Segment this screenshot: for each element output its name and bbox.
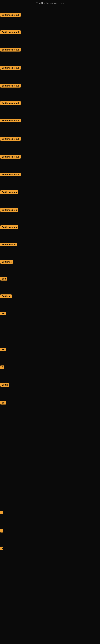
- bottleneck-result-badge[interactable]: Bottleneck result: [0, 30, 21, 34]
- bottleneck-result-badge[interactable]: |: [0, 529, 3, 532]
- bottleneck-result-badge[interactable]: Bott: [0, 277, 7, 280]
- bottleneck-result-badge[interactable]: B: [0, 366, 4, 369]
- badge-row: Bottleneck result: [0, 101, 100, 109]
- badge-row: Bot: [0, 348, 100, 356]
- bottleneck-result-badge[interactable]: Bot: [0, 348, 6, 352]
- badge-row: Bottleneck result: [0, 48, 100, 56]
- badge-row: Bottleneck result: [0, 13, 100, 21]
- bottleneck-result-badge[interactable]: Bottleneck res: [0, 190, 18, 194]
- bottleneck-result-badge[interactable]: Bottleneck result: [0, 84, 21, 88]
- bottleneck-result-badge[interactable]: Bottleneck re: [0, 243, 17, 246]
- bottleneck-result-badge[interactable]: Bottleneck res: [0, 226, 18, 229]
- badge-row: Bottleneck res: [0, 226, 100, 234]
- bottleneck-result-badge[interactable]: Bottleneck result: [0, 173, 21, 176]
- badge-row: Bott: [0, 277, 100, 285]
- bottleneck-result-badge[interactable]: Bottleneck result: [0, 13, 21, 17]
- bottleneck-result-badge[interactable]: Bottleneck result: [0, 66, 21, 70]
- bottleneck-result-badge[interactable]: Bottleneck result: [0, 48, 21, 52]
- site-title: TheBottlenecker.com: [0, 0, 100, 6]
- bottleneck-result-badge[interactable]: Bottleneck result: [0, 101, 21, 105]
- badge-row: E: [0, 546, 100, 555]
- badge-row: Bottlenec: [0, 260, 100, 268]
- badge-row: Bottleneck result: [0, 66, 100, 74]
- badge-row: Bottleneck result: [0, 155, 100, 163]
- badge-row: Bottleneck res: [0, 208, 100, 216]
- badge-row: Bottlene: [0, 294, 100, 302]
- bottleneck-result-badge[interactable]: Bottle: [0, 383, 9, 386]
- badge-row: |: [0, 529, 100, 537]
- badge-row: Bottleneck re: [0, 243, 100, 251]
- bottleneck-result-badge[interactable]: Bottlenec: [0, 260, 13, 264]
- badge-row: Bottleneck result: [0, 119, 100, 127]
- badge-row: B: [0, 366, 100, 374]
- badge-row: Bo: [0, 401, 100, 409]
- bottleneck-result-badge[interactable]: Bottleneck result: [0, 155, 21, 158]
- bottleneck-result-badge[interactable]: Bottleneck result: [0, 119, 21, 122]
- bottleneck-result-badge[interactable]: Bottlene: [0, 294, 12, 298]
- badge-row: Bottleneck result: [0, 30, 100, 38]
- bottleneck-result-badge[interactable]: E: [0, 546, 3, 550]
- bottleneck-result-badge[interactable]: Bo: [0, 401, 6, 404]
- bottleneck-result-badge[interactable]: Bottleneck result: [0, 137, 21, 141]
- badge-row: Bottleneck result: [0, 84, 100, 92]
- bottleneck-result-badge[interactable]: |: [0, 511, 3, 514]
- bottleneck-result-badge[interactable]: Bottleneck res: [0, 208, 18, 212]
- badge-row: Bottleneck res: [0, 190, 100, 198]
- badge-row: Bottleneck result: [0, 137, 100, 145]
- badge-row: Bo: [0, 312, 100, 320]
- badge-row: Bottleneck result: [0, 173, 100, 181]
- badge-row: Bottle: [0, 383, 100, 391]
- badge-row: |: [0, 511, 100, 519]
- bottleneck-result-badge[interactable]: Bo: [0, 312, 6, 315]
